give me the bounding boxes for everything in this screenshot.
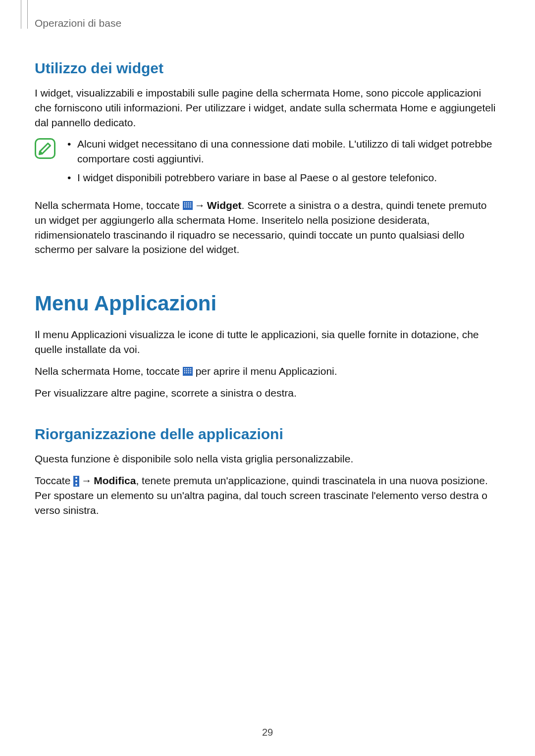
svg-rect-18	[188, 370, 189, 371]
page-number: 29	[0, 727, 535, 738]
svg-rect-14	[188, 368, 189, 369]
widget-intro: I widget, visualizzabili e impostabili s…	[35, 86, 500, 130]
bold-widget-label: Widget	[207, 200, 242, 211]
svg-rect-15	[190, 368, 191, 369]
note-item: Alcuni widget necessitano di una conness…	[64, 137, 500, 166]
menu-p1: Il menu Applicazioni visualizza le icone…	[35, 327, 500, 357]
svg-rect-8	[184, 206, 185, 207]
svg-rect-7	[190, 204, 191, 205]
note-list: Alcuni widget necessitano di una conness…	[64, 137, 500, 189]
note-pencil-icon	[35, 138, 55, 159]
text-fragment: Nella schermata Home, toccate	[35, 200, 183, 211]
svg-rect-0	[184, 202, 185, 203]
svg-rect-2	[188, 202, 189, 203]
text-fragment: Toccate	[35, 475, 73, 486]
text-fragment: per aprire il menu Applicazioni.	[193, 365, 337, 377]
heading-menu-applicazioni: Menu Applicazioni	[35, 292, 500, 315]
svg-rect-10	[188, 206, 189, 207]
svg-rect-12	[184, 368, 185, 369]
heading-reorganizzazione: Riorganizzazione delle applicazioni	[35, 426, 500, 443]
svg-rect-17	[186, 370, 187, 371]
apps-grid-icon	[183, 201, 193, 210]
svg-rect-6	[188, 204, 189, 205]
page-content: Operazioni di base Utilizzo dei widget I…	[0, 0, 535, 518]
svg-rect-21	[186, 372, 187, 373]
svg-rect-1	[186, 202, 187, 203]
more-vertical-icon	[73, 476, 79, 487]
page-tab-mark	[21, 0, 28, 29]
svg-rect-4	[184, 204, 185, 205]
svg-rect-11	[190, 206, 191, 207]
heading-widget-usage: Utilizzo dei widget	[35, 60, 500, 77]
note-block: Alcuni widget necessitano di una conness…	[35, 137, 500, 189]
text-fragment: Nella schermata Home, toccate	[35, 365, 183, 377]
svg-rect-5	[186, 204, 187, 205]
running-head: Operazioni di base	[35, 17, 500, 29]
arrow-text: →	[193, 200, 207, 211]
svg-rect-16	[184, 370, 185, 371]
note-item: I widget disponibili potrebbero variare …	[64, 170, 500, 185]
reorg-p2: Toccate →Modifica, tenete premuta un'app…	[35, 473, 500, 517]
svg-rect-22	[188, 372, 189, 373]
bold-modifica-label: Modifica	[94, 475, 136, 486]
svg-rect-9	[186, 206, 187, 207]
apps-grid-icon	[183, 367, 193, 376]
arrow-text: →	[79, 475, 94, 486]
svg-rect-20	[184, 372, 185, 373]
menu-p3: Per visualizzare altre pagine, scorrete …	[35, 386, 500, 401]
svg-rect-3	[190, 202, 191, 203]
svg-rect-23	[190, 372, 191, 373]
svg-rect-13	[186, 368, 187, 369]
widget-steps: Nella schermata Home, toccate →Widget. S…	[35, 198, 500, 257]
reorg-p1: Questa funzione è disponibile solo nella…	[35, 452, 500, 466]
menu-p2: Nella schermata Home, toccate per aprire…	[35, 364, 500, 379]
svg-rect-19	[190, 370, 191, 371]
